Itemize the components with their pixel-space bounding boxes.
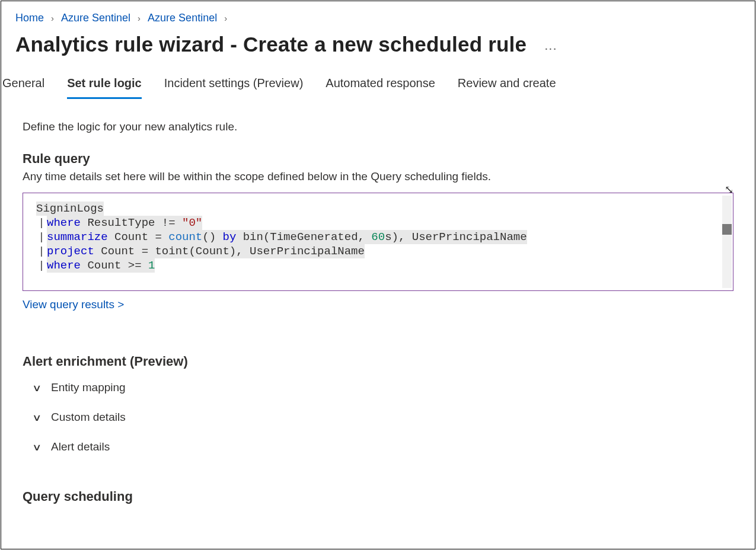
tab-general[interactable]: General (2, 71, 44, 99)
code-number: 1 (148, 259, 155, 272)
tab-automated-response[interactable]: Automated response (326, 71, 435, 99)
breadcrumb-azure-sentinel-1[interactable]: Azure Sentinel (61, 12, 130, 24)
rule-query-editor[interactable]: SigninLogs | where ResultType != "0" | s… (23, 193, 733, 291)
code-text: bin(TimeGenerated, (236, 231, 371, 244)
rule-query-heading: Rule query (23, 151, 733, 167)
code-keyword: where (47, 216, 81, 229)
code-number: 60 (371, 231, 385, 244)
expander-label: Entity mapping (51, 381, 126, 394)
chevron-right-icon: › (224, 13, 227, 23)
code-keyword: by (222, 231, 236, 244)
code-keyword: summarize (47, 231, 108, 244)
code-keyword: where (47, 259, 81, 272)
expander-entity-mapping[interactable]: ∨ Entity mapping (23, 373, 733, 402)
expander-label: Custom details (51, 411, 126, 424)
expander-alert-details[interactable]: ∨ Alert details (23, 432, 733, 462)
scrollbar-track (722, 196, 732, 288)
code-keyword: project (47, 245, 94, 258)
breadcrumb: Home › Azure Sentinel › Azure Sentinel › (1, 1, 755, 29)
tab-incident-settings[interactable]: Incident settings (Preview) (164, 71, 304, 99)
expander-label: Alert details (51, 440, 110, 453)
code-text: s), UserPrincipalName (385, 231, 527, 244)
code-string: "0" (182, 216, 202, 229)
code-text: ResultType != (81, 216, 182, 229)
code-text: Count = toint(Count), UserPrincipalName (94, 245, 365, 258)
chevron-down-icon: ∨ (32, 382, 42, 394)
alert-enrichment-heading: Alert enrichment (Preview) (23, 354, 733, 369)
chevron-right-icon: › (138, 13, 141, 23)
scrollbar-thumb[interactable] (722, 224, 732, 235)
rule-query-subtext: Any time details set here will be within… (23, 170, 733, 183)
chevron-down-icon: ∨ (32, 412, 42, 423)
code-identifier: SigninLogs (36, 202, 104, 215)
code-text: Count = (108, 231, 169, 244)
chevron-right-icon: › (51, 13, 54, 23)
breadcrumb-azure-sentinel-2[interactable]: Azure Sentinel (148, 12, 217, 24)
tab-bar: General Set rule logic Incident settings… (1, 71, 755, 99)
expander-custom-details[interactable]: ∨ Custom details (23, 402, 733, 432)
tab-review-and-create[interactable]: Review and create (458, 71, 556, 99)
more-actions-button[interactable]: ··· (541, 41, 560, 56)
intro-text: Define the logic for your new analytics … (23, 120, 733, 133)
view-query-results-link[interactable]: View query results > (23, 298, 124, 311)
tab-set-rule-logic[interactable]: Set rule logic (67, 71, 142, 99)
code-function: count (168, 231, 202, 244)
page-title: Analytics rule wizard - Create a new sch… (15, 33, 527, 56)
query-scheduling-heading: Query scheduling (23, 489, 733, 504)
code-text: Count >= (81, 259, 148, 272)
breadcrumb-home[interactable]: Home (15, 12, 44, 24)
chevron-down-icon: ∨ (32, 442, 42, 453)
code-text: () (202, 231, 222, 244)
